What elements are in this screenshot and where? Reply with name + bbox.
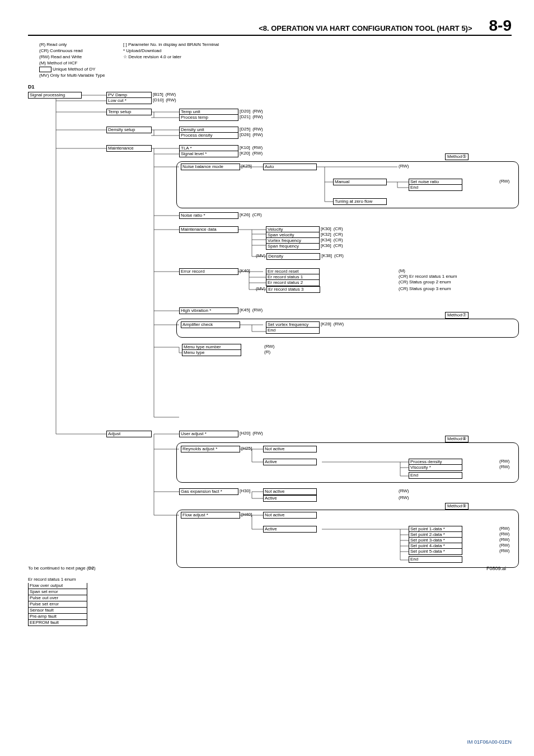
amp-end: End [266, 327, 320, 334]
maintenance-data: Maintenance data [179, 226, 238, 233]
rey-active: Active [263, 459, 317, 465]
density-setup: Density setup [106, 127, 152, 133]
high-vibration: High vibration * [179, 307, 238, 314]
err-s2-attr: (CR) Status group 2 enum [399, 279, 451, 285]
reynolds-adjust: Reynolds adjust * [181, 446, 240, 452]
nbm-auto: Auto [263, 164, 317, 170]
md-den-code: [K38] [321, 253, 332, 259]
sp-end: End [409, 556, 462, 563]
root: Signal processing [28, 92, 82, 99]
enum-r4: Pulse set error [28, 601, 87, 608]
tla-code: [K10] [240, 145, 250, 151]
noise-ratio-attr: (CR) [252, 212, 262, 218]
tla-attr: (RW) [252, 145, 263, 151]
md-den-attr: (CR) [334, 253, 344, 259]
process-temp-attr: (RW) [252, 114, 263, 120]
mt-attr: (R) [264, 349, 270, 355]
nbm-manual: Manual [333, 179, 387, 185]
md-svel-code: [K32] [321, 232, 331, 237]
low-cut: Low cut * [106, 97, 152, 104]
enum-title: Er record status 1 enum [28, 577, 87, 582]
rey-viscosity: Viscosity * [409, 464, 462, 471]
legend-bracket: [ ] Parameter No. in display and BRAIN T… [123, 41, 219, 48]
legend-r: (R) Read only [39, 41, 105, 48]
md-svel-attr: (CR) [334, 232, 343, 237]
hv-attr: (RW) [252, 307, 263, 313]
sp5-attr: (RW) [499, 548, 510, 554]
method-5: Method⑤ [445, 153, 469, 160]
method-9: Method⑨ [445, 503, 469, 510]
rey-code: [H25] [241, 446, 252, 451]
gas-expansion-fact: Gas expansion fact * [179, 488, 238, 495]
legend-mv: (MV) Only for Multi-Variable Type [39, 72, 105, 78]
sp3-attr: (RW) [499, 537, 510, 543]
err-s3-attr: (CR) Status group 3 enum [399, 286, 451, 292]
tree-diagram: Signal processing PV Damp[B15](RW) Low c… [28, 90, 512, 582]
amplifier-check: Amplifier check [181, 321, 240, 328]
nbm-set-noise-attr: (RW) [499, 179, 510, 184]
process-temp: Process temp [179, 114, 238, 121]
md-density: Density [266, 253, 320, 260]
err-code: [K40] [240, 268, 250, 274]
error-record: Error record [179, 268, 238, 275]
mtn-attr: (RW) [264, 344, 275, 349]
method-7: Method⑦ [445, 312, 469, 319]
enum-r3: Pulse out over [28, 595, 87, 601]
legend-m: (M) Method of HCF [39, 60, 105, 66]
sp4-attr: (RW) [499, 543, 510, 548]
density-unit-attr: (RW) [252, 127, 263, 132]
nbm-tuning: Tuning at zero flow [333, 198, 387, 205]
gef-na-attr: (RW) [399, 488, 409, 494]
err-status-2: Er record status 2 [266, 279, 320, 286]
process-density-attr: (RW) [252, 132, 263, 138]
rey-vis-attr: (RW) [499, 464, 510, 470]
flow-active: Active [263, 526, 317, 533]
sp5: Set point 5-data * [409, 548, 462, 555]
signal-level-attr: (RW) [252, 151, 263, 156]
continued-note: To be continued to next page (D2) [28, 566, 96, 571]
md-vf-attr: (CR) [334, 237, 343, 243]
md-den-pre: (MV) [256, 253, 265, 259]
legend-dy: Unique Method of DY [53, 67, 96, 72]
enum-r5: Sensor fault [28, 608, 87, 614]
user-adjust: User adjust * [179, 431, 238, 437]
section-d1: D1 [28, 84, 512, 90]
gef-not-active: Not active [263, 488, 317, 495]
sp2-attr: (RW) [499, 531, 510, 537]
flow-code: [H40] [241, 512, 252, 517]
adjust: Adjust [106, 431, 152, 437]
rey-end: End [409, 472, 462, 479]
figure-ref: F0809.ai [486, 566, 506, 571]
err-s3-pre: (MV) [256, 286, 265, 292]
enum-r7: EEPROM fault [28, 620, 87, 626]
md-sf-attr: (CR) [334, 243, 343, 249]
process-temp-code: [D21] [240, 114, 250, 120]
section-title: <8. OPERATION VIA HART CONFIGURATION TOO… [28, 24, 489, 32]
md-sf-code: [K36] [321, 243, 331, 249]
maintenance: Maintenance [106, 145, 152, 152]
svf-attr: (RW) [334, 321, 344, 327]
legend-star: * Upload/Download [123, 48, 219, 54]
temp-unit-code: [D20] [240, 109, 250, 114]
legend-box-icon [39, 67, 51, 72]
md-vf-code: [K34] [321, 237, 331, 243]
svf-code: [K28] [321, 321, 331, 327]
md-span-freq: Span frequency [266, 243, 320, 250]
gef-code: [H30] [240, 488, 250, 494]
low-cut-attr: (RW) [166, 97, 176, 103]
rey-not-active: Not active [263, 446, 317, 452]
legend-cr: (CR) Continuous read [39, 48, 105, 54]
signal-level-code: [K20] [240, 151, 250, 156]
page-number: 8-9 [489, 17, 512, 35]
hv-code: [K45] [240, 307, 250, 313]
enum-r1: Flow over output [28, 583, 87, 589]
err-status-3: Er record status 3 [266, 286, 320, 293]
density-unit-code: [D25] [240, 127, 250, 132]
pv-damp-attr: (RW) [166, 92, 176, 97]
enum-r6: Pre-amp fault [28, 614, 87, 620]
pv-damp-code: [B15] [153, 92, 163, 97]
menu-type: Menu type [182, 349, 241, 356]
md-vel-attr: (CR) [334, 226, 343, 232]
flow-not-active: Not active [263, 512, 317, 519]
temp-setup: Temp setup [106, 109, 152, 115]
